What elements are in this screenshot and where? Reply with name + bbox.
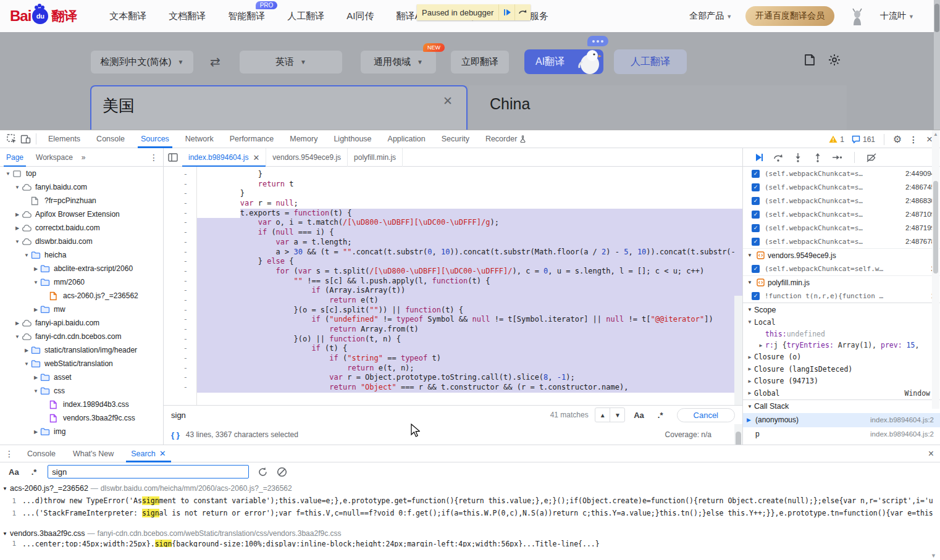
gutter-line-marker[interactable]: - (164, 277, 196, 286)
step-into-button[interactable] (791, 151, 805, 164)
refresh-search-icon[interactable] (258, 467, 268, 477)
code-editor[interactable]: ----------------------- } return t } var… (164, 167, 742, 409)
devtools-tab-memory[interactable]: Memory (282, 130, 325, 148)
previous-match-button[interactable]: ▲ (595, 408, 610, 422)
search-result-match[interactable]: 1...('StackFrameInterpreter: signal is n… (0, 507, 933, 519)
code-line[interactable]: if (null === i) { (197, 228, 742, 238)
human-translate-tab[interactable]: 人工翻译 (614, 49, 687, 74)
gutter-line-marker[interactable]: - (164, 267, 196, 277)
next-match-button[interactable]: ▼ (610, 408, 624, 422)
navigator-menu-icon[interactable]: ⋮ (149, 153, 158, 162)
tree-item-webstatic-translation[interactable]: ▼webStatic/translation (0, 357, 163, 370)
code-line[interactable]: return Array.from(t) (197, 325, 742, 335)
tree-item-img[interactable]: ▶img (0, 425, 163, 438)
breakpoint-item[interactable]: ✓!function t(n,r,e){function …1 (743, 289, 940, 303)
close-search-tab-icon[interactable]: ✕ (159, 449, 166, 458)
gutter-line-marker[interactable]: - (164, 354, 196, 364)
devtools-tab-application[interactable]: Application (380, 130, 434, 148)
code-line[interactable]: }(o = s[c].split("")) || function(t) { (197, 306, 742, 316)
tab-page[interactable]: Page (0, 148, 30, 167)
tree-item-correctxt-baidu-com[interactable]: ▶correctxt.baidu.com (0, 221, 163, 235)
tree-item-dlswbr-baidu-com[interactable]: ▼dlswbr.baidu.com (0, 235, 163, 248)
find-input[interactable] (171, 411, 550, 420)
gutter-line-marker[interactable]: - (164, 199, 196, 209)
source-text[interactable]: 美国 (103, 95, 135, 117)
scope-section-header[interactable]: ▼Scope (743, 303, 940, 316)
code-line[interactable]: var a = t.length; (197, 238, 742, 248)
gutter-line-marker[interactable]: - (164, 170, 196, 180)
tree-item-fanyi-baidu-com[interactable]: ▼fanyi.baidu.com (0, 180, 163, 194)
code-line[interactable]: } (197, 189, 742, 199)
gutter-line-marker[interactable]: - (164, 257, 196, 267)
scroll-down-icon[interactable]: ▼ (931, 553, 936, 559)
breakpoint-item[interactable]: ✓(self.webpackChunkcat=s…2:486745 (743, 180, 940, 194)
breakpoint-file-group[interactable]: ▼polyfill.min.js (743, 275, 940, 289)
code-line[interactable]: }(o) || function(t, n) { (197, 335, 742, 345)
devtools-tab-elements[interactable]: Elements (40, 130, 88, 148)
tree-item-acs-2060-js-236562[interactable]: acs-2060.js?_=236562 (0, 289, 163, 303)
scope-section-local[interactable]: ▼Local (743, 316, 940, 328)
search-result-match[interactable]: 1...center;top:45px;width:25px}.sign{bac… (0, 540, 933, 547)
scope-section-closure-o-[interactable]: ▶Closure (o) (743, 351, 940, 364)
tree-item-fanyi-cdn-cdn-bcebos-com[interactable]: ▼fanyi-cdn.cdn.bcebos.com (0, 330, 163, 343)
search-query-input[interactable] (48, 465, 249, 479)
code-line[interactable]: var r = null; (197, 199, 742, 209)
devtools-tab-recorder[interactable]: Recorder (477, 130, 534, 148)
devtools-tab-sources[interactable]: Sources (133, 130, 177, 148)
breakpoint-item[interactable]: ✓(self.webpackChunkcat=s…2:487109 (743, 207, 940, 221)
gutter-line-marker[interactable]: - (164, 373, 196, 383)
breakpoint-checkbox[interactable]: ✓ (752, 238, 760, 246)
device-toolbar-icon[interactable] (19, 132, 32, 146)
tree-item-apifox-browser-extension[interactable]: ▶Apifox Browser Extension (0, 207, 163, 221)
code-line[interactable]: } else { (197, 257, 742, 267)
code-line[interactable]: return t (197, 180, 742, 190)
scope-section-global[interactable]: ▶GlobalWindow (743, 387, 940, 399)
gutter-line-marker[interactable]: - (164, 344, 196, 354)
inspect-element-icon[interactable] (5, 132, 19, 146)
nav-item-2[interactable]: 智能翻译PRO (228, 10, 265, 22)
close-tab-icon[interactable]: ✕ (253, 153, 259, 162)
gutter-line-marker[interactable]: - (164, 248, 196, 257)
devtools-settings-icon[interactable]: ⚙ (891, 133, 904, 146)
code-line[interactable]: for (var s = t.split(/[\uD800-\uDBFF][\u… (197, 267, 742, 277)
gutter-line-marker[interactable]: - (164, 335, 196, 345)
devtools-menu-icon[interactable]: ⋮ (907, 133, 920, 146)
gutter-line-marker[interactable]: - (164, 325, 196, 335)
breakpoint-item[interactable]: ✓(self.webpackChunkcat=s…2:449094 (743, 167, 940, 180)
avatar[interactable] (848, 6, 867, 27)
breakpoint-checkbox[interactable]: ✓ (752, 224, 760, 232)
nav-item-1[interactable]: 文档翻译 (169, 10, 206, 22)
step-over-icon[interactable] (514, 4, 531, 20)
call-stack-frame[interactable]: ▶(anonymous)index.b9894604.js:2 (743, 413, 940, 427)
scope-variable-this[interactable]: this: undefined (743, 328, 940, 340)
swap-languages-icon[interactable]: ⇄ (210, 54, 220, 69)
toggle-navigator-icon[interactable] (166, 151, 180, 164)
devtools-tab-console[interactable]: Console (88, 130, 133, 148)
tree-item-abclite-extra-script-2060[interactable]: ▶abclite-extra-script/2060 (0, 262, 163, 275)
regex-toggle[interactable]: .* (658, 411, 663, 420)
tree-item-heicha[interactable]: ▼heicha (0, 248, 163, 262)
step-over-button[interactable] (771, 151, 785, 164)
breakpoint-checkbox[interactable]: ✓ (752, 265, 760, 273)
gutter-line-marker[interactable]: - (164, 228, 196, 238)
breakpoint-checkbox[interactable]: ✓ (752, 170, 760, 178)
resume-button[interactable] (752, 151, 765, 164)
code-content[interactable]: } return t } var r = null; t.exports = f… (197, 170, 742, 393)
drawer-tab-search[interactable]: Search✕ (122, 445, 175, 462)
tree-item-css[interactable]: ▼css (0, 384, 163, 398)
tree-item-index-1989d4b3-css[interactable]: index.1989d4b3.css (0, 398, 163, 411)
username-menu[interactable]: 十流叶▼ (880, 10, 914, 22)
scope-variable-r[interactable]: ▶r: j {tryEntries: Array(1), prev: 15, (743, 340, 940, 351)
code-line[interactable]: a > 30 && (t = "".concat(t.substr(0, 10)… (197, 248, 742, 257)
code-line[interactable]: var o, i = t.match(/[\uD800-\uDBFF][\uDC… (197, 218, 742, 228)
tree-item-mm-2060[interactable]: ▼mm/2060 (0, 275, 163, 289)
search-result-file[interactable]: ▼acs-2060.js?_=236562—dlswbr.baidu.com/h… (0, 482, 933, 495)
breakpoint-file-group[interactable]: ▼vendors.9549ece9.js (743, 248, 940, 262)
deactivate-breakpoints-button[interactable] (865, 151, 878, 164)
search-result-match[interactable]: 1...d)throw new TypeError('Assignment to… (0, 495, 933, 507)
tree-item-mw[interactable]: ▶mw (0, 303, 163, 316)
issues-badge[interactable]: 161 (849, 135, 878, 144)
drawer-tab-whats-new[interactable]: What's New (64, 445, 122, 462)
page-scrollbar[interactable] (934, 0, 940, 130)
breakpoint-checkbox[interactable]: ✓ (752, 183, 760, 191)
